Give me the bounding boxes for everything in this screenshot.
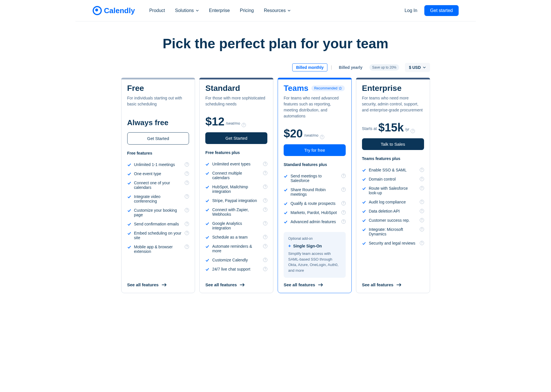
billed-yearly-toggle[interactable]: Billed yearly [335, 64, 366, 71]
help-icon[interactable]: ? [420, 177, 424, 181]
plan-card-enterprise: EnterpriseFor teams who need more securi… [356, 78, 430, 293]
feature-item: Mobile app & browser extension? [127, 242, 189, 256]
plan-card-teams: TeamsRecommended For teams who need adva… [278, 78, 352, 293]
help-icon[interactable]: ? [420, 209, 424, 213]
see-all-features-link[interactable]: See all features [127, 282, 189, 287]
help-icon[interactable]: ? [263, 185, 267, 189]
help-icon[interactable]: ? [242, 123, 246, 127]
feature-item: Unlimited 1-1 meetings? [127, 160, 189, 169]
check-icon [127, 163, 131, 167]
check-icon [362, 219, 366, 223]
help-icon[interactable]: ? [341, 210, 346, 215]
feature-item: Connect with Zapier, Webhooks? [205, 205, 267, 219]
check-icon [362, 187, 366, 191]
feature-item: Stripe, Paypal integration? [205, 196, 267, 205]
nav-item-enterprise[interactable]: Enterprise [209, 8, 230, 13]
help-icon[interactable]: ? [185, 194, 189, 199]
check-icon [362, 200, 366, 204]
feature-list: Send meetings to Salesforce?Share Round … [284, 171, 346, 226]
help-icon[interactable]: ? [341, 174, 346, 178]
chevron-down-icon [287, 9, 291, 12]
help-icon[interactable]: ? [420, 218, 424, 222]
feature-item: 24/7 live chat support? [205, 265, 267, 274]
addon-description: Simplify team access with SAML-based SSO… [288, 251, 341, 273]
help-icon[interactable]: ? [185, 231, 189, 235]
check-icon [205, 185, 209, 189]
feature-item: Send meetings to Salesforce? [284, 171, 346, 185]
feature-item: Embed scheduling on your site? [127, 229, 189, 242]
help-icon[interactable]: ? [420, 168, 424, 172]
help-icon[interactable]: ? [263, 162, 267, 166]
help-icon[interactable]: ? [185, 162, 189, 167]
feature-item: Integrate: Microsoft Dynamics? [362, 225, 424, 239]
plan-name: Standard [205, 84, 240, 93]
help-icon[interactable]: ? [185, 208, 189, 212]
see-all-features-link[interactable]: See all features [205, 282, 267, 287]
login-link[interactable]: Log In [405, 8, 417, 13]
currency-selector[interactable]: $ USD [405, 63, 430, 72]
check-icon [362, 241, 366, 245]
save-badge: Save up to 20% [369, 64, 399, 71]
plan-price: $12 [205, 116, 224, 127]
plan-cta-button[interactable]: Try for free [284, 144, 346, 156]
check-icon [127, 172, 131, 176]
features-title: Free features plus [205, 150, 267, 155]
help-icon[interactable]: ? [185, 222, 189, 226]
help-icon[interactable]: ? [185, 245, 189, 249]
help-icon[interactable]: ? [185, 171, 189, 176]
nav-item-resources[interactable]: Resources [264, 8, 291, 13]
chevron-down-icon [196, 9, 199, 12]
check-icon [205, 267, 209, 271]
plan-cta-button[interactable]: Get Started [127, 132, 189, 145]
help-icon[interactable]: ? [320, 135, 324, 139]
help-icon[interactable]: ? [263, 258, 267, 262]
feature-item: Data deletion API? [362, 207, 424, 216]
nav-item-pricing[interactable]: Pricing [240, 8, 254, 13]
plan-cta-button[interactable]: Talk to Sales [362, 138, 424, 150]
help-icon[interactable]: ? [341, 201, 346, 205]
main-navigation: Calendly Product Solutions Enterprise Pr… [75, 0, 476, 21]
plan-description: For those with more sophisticated schedu… [205, 95, 267, 107]
help-icon[interactable]: ? [263, 244, 267, 248]
help-icon[interactable]: ? [185, 181, 189, 185]
nav-item-solutions[interactable]: Solutions [175, 8, 199, 13]
arrow-right-icon [396, 283, 401, 287]
plan-name: Enterprise [362, 84, 402, 93]
help-icon[interactable]: ? [263, 171, 267, 175]
feature-item: Marketo, Pardot, HubSpot? [284, 208, 346, 217]
help-icon[interactable]: ? [420, 227, 424, 231]
help-icon[interactable]: ? [420, 200, 424, 204]
feature-item: Audit log compliance? [362, 197, 424, 207]
help-icon[interactable]: ? [263, 207, 267, 212]
help-icon[interactable]: ? [420, 186, 424, 190]
plan-name: Teams [284, 84, 309, 93]
check-icon [127, 231, 131, 235]
see-all-features-link[interactable]: See all features [362, 282, 424, 287]
check-icon [284, 174, 288, 178]
nav-item-product[interactable]: Product [149, 8, 165, 13]
help-icon[interactable]: ? [341, 219, 346, 224]
feature-list: Unlimited event types?Connect multiple c… [205, 159, 267, 274]
check-icon [127, 181, 131, 185]
help-icon[interactable]: ? [411, 129, 415, 133]
get-started-button[interactable]: Get started [424, 5, 458, 16]
billed-monthly-toggle[interactable]: Billed monthly [292, 63, 327, 71]
help-icon[interactable]: ? [341, 187, 346, 192]
feature-item: Customer success rep.? [362, 216, 424, 225]
help-icon[interactable]: ? [263, 267, 267, 271]
see-all-features-link[interactable]: See all features [284, 282, 346, 287]
features-title: Standard features plus [284, 162, 346, 167]
logo-text: Calendly [104, 6, 135, 15]
help-icon[interactable]: ? [263, 221, 267, 225]
addon-box: Optional add-on+Single Sign-OnSimplify t… [284, 232, 346, 278]
feature-item: Integrate video conferencing? [127, 192, 189, 206]
feature-item: Customize your booking page? [127, 206, 189, 219]
plan-cta-button[interactable]: Get Started [205, 132, 267, 144]
help-icon[interactable]: ? [263, 198, 267, 203]
check-icon [205, 245, 209, 249]
help-icon[interactable]: ? [420, 241, 424, 245]
logo[interactable]: Calendly [93, 6, 135, 15]
check-icon [284, 211, 288, 215]
help-icon[interactable]: ? [263, 235, 267, 239]
logo-icon [93, 6, 102, 15]
